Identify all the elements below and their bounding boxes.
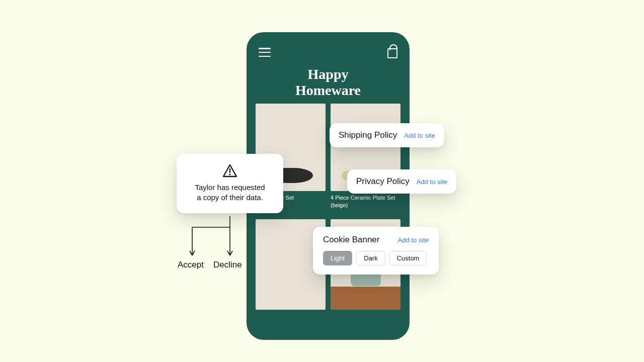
shipping-policy-card: Shipping Policy Add to site: [330, 123, 444, 147]
brand-line2: Homeware: [247, 82, 410, 99]
privacy-policy-card: Privacy Policy Add to site: [347, 169, 456, 194]
product-name: 4 Piece Ceramic Plate Set (beige): [331, 194, 400, 209]
notice-line2: a copy of their data.: [186, 193, 274, 203]
cookie-theme-light[interactable]: Light: [323, 251, 352, 265]
notice-line1: Taylor has requested: [186, 183, 274, 193]
cookie-theme-segmented: Light Dark Custom: [323, 251, 429, 265]
cookie-theme-custom[interactable]: Custom: [389, 251, 427, 265]
brand-line1: Happy: [247, 66, 410, 82]
shipping-add-link[interactable]: Add to site: [404, 132, 435, 139]
cookie-banner-card: Cookie Banner Add to site Light Dark Cus…: [313, 227, 439, 275]
cookie-theme-dark[interactable]: Dark: [356, 251, 385, 265]
cookie-title: Cookie Banner: [323, 235, 379, 245]
shopping-bag-icon[interactable]: [387, 46, 397, 58]
svg-point-1: [229, 173, 230, 175]
data-request-card: Taylor has requested a copy of their dat…: [177, 154, 283, 213]
decline-label[interactable]: Decline: [213, 260, 242, 270]
hamburger-icon[interactable]: [259, 48, 271, 57]
cookie-add-link[interactable]: Add to site: [398, 236, 429, 244]
shipping-title: Shipping Policy: [339, 130, 397, 140]
store-brand: Happy Homeware: [247, 66, 410, 99]
privacy-title: Privacy Policy: [356, 176, 410, 187]
accept-label[interactable]: Accept: [178, 260, 204, 270]
decision-arrows: [187, 216, 248, 260]
privacy-add-link[interactable]: Add to site: [417, 178, 447, 186]
warning-icon: [222, 164, 237, 177]
product-card[interactable]: 4 Piece Ceramic Plate Set (beige): [331, 104, 400, 214]
